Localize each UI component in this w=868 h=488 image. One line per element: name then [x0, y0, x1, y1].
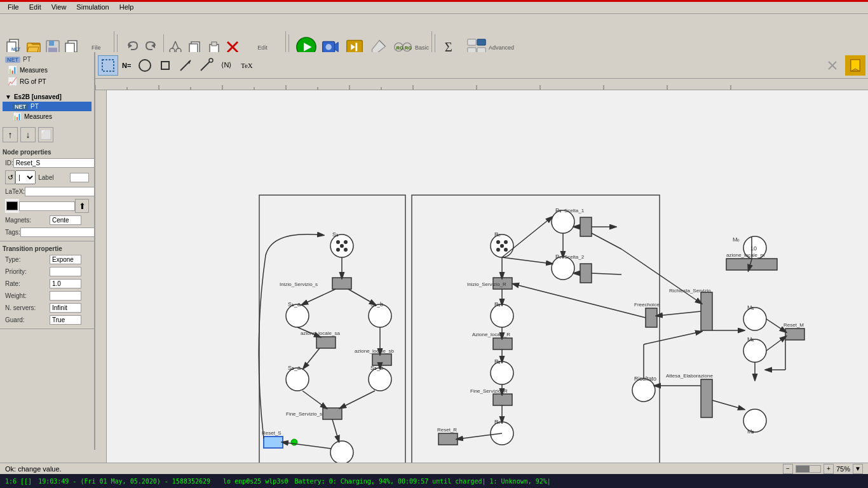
weight-input[interactable] [50, 291, 81, 301]
trans-props-title: Transition propertie [3, 244, 92, 254]
svg-point-154 [743, 308, 766, 330]
svg-point-123 [491, 362, 513, 384]
zoom-slider-track[interactable] [796, 465, 821, 473]
svg-point-92 [369, 368, 391, 391]
zoom-slider-thumb [796, 466, 810, 472]
priority-label: Priority: [5, 268, 50, 275]
up-button[interactable]: ↑ [3, 127, 18, 142]
tree-item-measures[interactable]: 📊 Measures [3, 64, 92, 76]
menu-simulation[interactable]: Simulation [71, 2, 114, 12]
place-tool-button[interactable] [135, 55, 155, 76]
rotate-button[interactable]: ↺ [5, 170, 15, 184]
ok-message: Ok: change value. [5, 465, 62, 473]
svg-rect-160 [701, 292, 712, 330]
measures-sub-label: Measures [24, 113, 52, 120]
svg-text:Risultato: Risultato [634, 376, 656, 382]
label-input[interactable] [70, 173, 89, 182]
svg-point-111 [504, 248, 508, 252]
clear-button[interactable] [822, 55, 843, 76]
tree-sub-measures[interactable]: 📊 Measures [3, 111, 92, 122]
svg-text:S₂_b: S₂_b [370, 365, 383, 371]
svg-text:Inizio_Servizio_R: Inizio_Servizio_R [467, 281, 506, 287]
svg-point-39 [139, 60, 151, 71]
svg-point-71 [336, 248, 340, 252]
svg-text:R₀: R₀ [494, 231, 501, 238]
menu-view[interactable]: View [46, 2, 72, 12]
svg-text:M₃: M₃ [747, 428, 755, 435]
svg-text:P₀: P₀ [555, 254, 562, 260]
guard-label: Guard: [5, 316, 50, 323]
status-network: lo enp0s25 wlp3s0 [223, 478, 288, 485]
token-tool-button[interactable]: ⟨N⟩ [216, 55, 236, 76]
svg-point-72 [344, 248, 348, 252]
tree-item-net[interactable]: NET PT [3, 55, 92, 64]
bookmark-button[interactable] [845, 55, 865, 76]
priority-input[interactable] [50, 267, 81, 276]
menu-edit[interactable]: Edit [24, 2, 46, 12]
tree-sub-net[interactable]: NET PT [3, 102, 92, 111]
magnets-input[interactable] [50, 215, 81, 225]
svg-text:P₁: P₁ [555, 207, 562, 214]
tex-button[interactable]: TeX [236, 55, 257, 76]
svg-text:Scelta_2: Scelta_2 [564, 254, 585, 260]
id-input[interactable] [13, 158, 95, 168]
svg-text:S₁_b: S₁_b [370, 301, 383, 308]
svg-text:R₀: R₀ [494, 419, 501, 425]
status-timestamp: 19:03:49 - (Fri 01 May, 05.2020) - 15883… [38, 478, 210, 485]
tree-root[interactable]: ▼ Es2B [unsaved] [3, 92, 92, 102]
type-row: Type: [3, 254, 92, 266]
svg-point-73 [340, 244, 344, 248]
zoom-out-button[interactable]: − [783, 464, 793, 474]
down-button[interactable]: ↓ [20, 127, 36, 142]
node-properties-section: Node properties ID: ↺ | — Label LaTeX: ⬆… [0, 145, 94, 241]
petri-canvas[interactable]: S₁ Inizio_Servizio_s S₁_a S₁_b azione_lo… [107, 90, 868, 463]
color-picker[interactable] [5, 199, 19, 213]
svg-text:Fine_Servizio_s: Fine_Servizio_s [286, 411, 322, 417]
petri-net-svg: S₁ Inizio_Servizio_s S₁_a S₁_b azione_lo… [107, 90, 868, 463]
menu-file[interactable]: File [3, 2, 24, 12]
select-tool-button[interactable] [98, 55, 118, 76]
nservers-input[interactable] [50, 303, 81, 313]
canvas-area[interactable]: S₁ Inizio_Servizio_s S₁_a S₁_b azione_lo… [95, 79, 868, 463]
svg-text:S₁_a: S₁_a [288, 301, 301, 308]
rotation-select[interactable]: | — [15, 170, 36, 184]
ruler-top [95, 79, 868, 90]
svg-point-90 [286, 368, 309, 391]
menu-bar: File Edit View Simulation Help [0, 0, 868, 14]
rate-input[interactable] [50, 279, 81, 288]
menu-help[interactable]: Help [114, 2, 139, 12]
status-position: 1:6 [[] [5, 478, 32, 485]
advanced-label: Advanced [489, 44, 514, 51]
zoom-level: 75% [836, 465, 850, 473]
guard-input[interactable] [50, 315, 81, 325]
svg-rect-75 [332, 278, 351, 289]
svg-point-100 [330, 441, 353, 463]
latex-row: LaTeX: [3, 186, 92, 198]
zoom-dropdown-button[interactable]: ▼ [853, 464, 863, 474]
transition-tool-button[interactable] [155, 55, 175, 76]
copy-node-button[interactable]: ⬜ [38, 127, 53, 142]
tags-input[interactable] [20, 227, 95, 237]
tree-item-rg[interactable]: 📈 RG of PT [3, 76, 92, 87]
id-row: ID: [3, 157, 92, 169]
zoom-in-button[interactable]: + [824, 464, 834, 474]
svg-text:azione_locale_m: azione_locale_m [726, 252, 764, 258]
svg-point-109 [504, 240, 508, 244]
arc-tool-button[interactable] [175, 55, 196, 76]
basic-label: Basic [415, 44, 429, 51]
svg-rect-132 [438, 433, 458, 445]
color-input[interactable] [19, 201, 75, 211]
color-action-button[interactable]: ⬆ [75, 199, 89, 213]
svg-text:azione_locale_sb: azione_locale_sb [355, 348, 394, 354]
svg-rect-40 [161, 62, 169, 69]
svg-rect-126 [493, 394, 512, 405]
transition-properties-section: Transition propertie Type: Priority: Rat… [0, 241, 94, 329]
tex-label: TeX [241, 62, 253, 69]
svg-marker-24 [335, 42, 339, 51]
svg-rect-141 [580, 264, 592, 283]
type-input[interactable] [50, 255, 81, 264]
latex-input[interactable] [25, 187, 95, 196]
svg-text:R₂: R₂ [494, 358, 501, 365]
inhibitor-tool-button[interactable] [196, 55, 216, 76]
svg-point-80 [369, 304, 391, 327]
